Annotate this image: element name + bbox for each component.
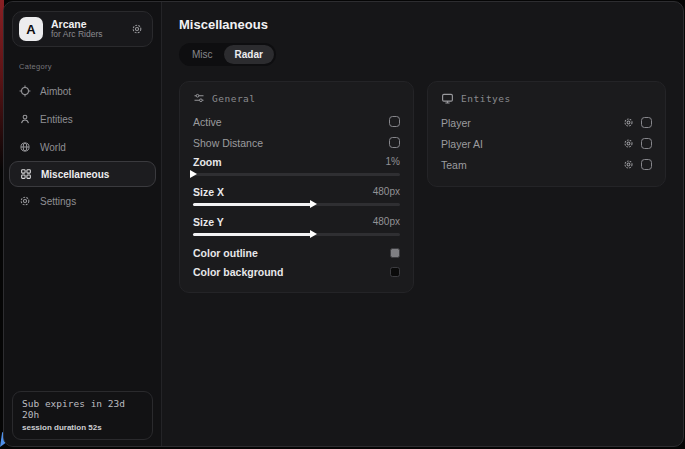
sidebar-item-entities[interactable]: Entities xyxy=(4,105,161,133)
zoom-slider[interactable] xyxy=(193,170,400,180)
sidebar-item-label: Aimbot xyxy=(40,86,71,97)
color-background-label: Color background xyxy=(193,266,283,278)
subscription-card: Sub expires in 23d 20h session duration … xyxy=(12,391,153,440)
session-duration-text: session duration 52s xyxy=(22,423,143,432)
category-label: Category xyxy=(19,62,161,71)
zoom-slider-row: Zoom 1% xyxy=(193,153,400,180)
show-distance-checkbox[interactable] xyxy=(389,137,400,148)
zoom-value: 1% xyxy=(386,156,400,167)
player-checkbox[interactable] xyxy=(641,117,652,128)
team-label: Team xyxy=(441,159,623,171)
player-ai-row: Player AI xyxy=(441,133,652,154)
color-outline-row: Color outline xyxy=(193,243,400,262)
entities-panel: Entityes Player xyxy=(427,81,666,187)
gear-icon[interactable] xyxy=(131,23,143,35)
sidebar-item-aimbot[interactable]: Aimbot xyxy=(4,77,161,105)
size-y-slider[interactable] xyxy=(193,230,400,240)
slider-thumb[interactable] xyxy=(190,170,197,178)
size-x-slider-row: Size X 480px xyxy=(193,183,400,210)
size-y-label: Size Y xyxy=(193,216,224,228)
app-window: A Arcane for Arc Riders Category xyxy=(3,1,684,447)
sub-expiry-text: Sub expires in 23d 20h xyxy=(22,398,143,420)
tab-radar[interactable]: Radar xyxy=(224,45,274,64)
sidebar-item-world[interactable]: World xyxy=(4,133,161,161)
sidebar-item-label: Settings xyxy=(40,196,76,207)
active-checkbox[interactable] xyxy=(389,116,400,127)
page-title: Miscellaneous xyxy=(179,17,666,32)
player-ai-label: Player AI xyxy=(441,138,623,150)
app-subtitle: for Arc Riders xyxy=(51,30,123,40)
size-y-value: 480px xyxy=(373,216,400,227)
show-distance-label: Show Distance xyxy=(193,137,263,149)
crosshair-icon xyxy=(19,85,31,97)
player-label: Player xyxy=(441,117,623,129)
tab-bar: Misc Radar xyxy=(179,43,276,66)
active-label: Active xyxy=(193,116,222,128)
tab-misc[interactable]: Misc xyxy=(181,45,224,64)
globe-icon xyxy=(19,141,31,153)
grid-icon xyxy=(20,168,32,180)
sidebar-item-label: World xyxy=(40,142,66,153)
sidebar-item-label: Entities xyxy=(40,114,73,125)
sliders-icon xyxy=(193,92,205,104)
general-panel: General Active Show Distance Zoom 1% xyxy=(179,81,414,293)
gear-icon[interactable] xyxy=(623,117,634,128)
entities-icon xyxy=(19,113,31,125)
sidebar-nav: Aimbot Entities xyxy=(4,77,161,215)
logo-card: A Arcane for Arc Riders xyxy=(12,11,153,47)
size-y-slider-row: Size Y 480px xyxy=(193,213,400,240)
size-x-slider[interactable] xyxy=(193,200,400,210)
color-outline-label: Color outline xyxy=(193,247,258,259)
panel-title: General xyxy=(212,93,256,104)
sidebar-item-settings[interactable]: Settings xyxy=(4,187,161,215)
gear-icon[interactable] xyxy=(623,138,634,149)
color-background-swatch[interactable] xyxy=(390,267,400,277)
size-x-label: Size X xyxy=(193,186,224,198)
team-checkbox[interactable] xyxy=(641,159,652,170)
color-outline-swatch[interactable] xyxy=(390,248,400,258)
gear-icon[interactable] xyxy=(623,159,634,170)
show-distance-row: Show Distance xyxy=(193,132,400,153)
panel-title: Entityes xyxy=(461,93,511,104)
main-content: Miscellaneous Misc Radar Gene xyxy=(162,2,683,446)
panels-row: General Active Show Distance Zoom 1% xyxy=(179,81,666,293)
player-row: Player xyxy=(441,112,652,133)
monitor-icon xyxy=(441,92,454,105)
gear-icon xyxy=(19,195,31,207)
sidebar-item-miscellaneous[interactable]: Miscellaneous xyxy=(9,161,156,187)
active-row: Active xyxy=(193,111,400,132)
slider-thumb[interactable] xyxy=(310,200,317,208)
player-ai-checkbox[interactable] xyxy=(641,138,652,149)
zoom-label: Zoom xyxy=(193,156,222,168)
screen: A Arcane for Arc Riders Category xyxy=(0,0,685,449)
size-x-value: 480px xyxy=(373,186,400,197)
color-background-row: Color background xyxy=(193,262,400,281)
team-row: Team xyxy=(441,154,652,175)
sidebar-item-label: Miscellaneous xyxy=(41,169,109,180)
sidebar: A Arcane for Arc Riders Category xyxy=(4,2,162,446)
slider-thumb[interactable] xyxy=(310,230,317,238)
app-logo: A xyxy=(19,17,43,41)
